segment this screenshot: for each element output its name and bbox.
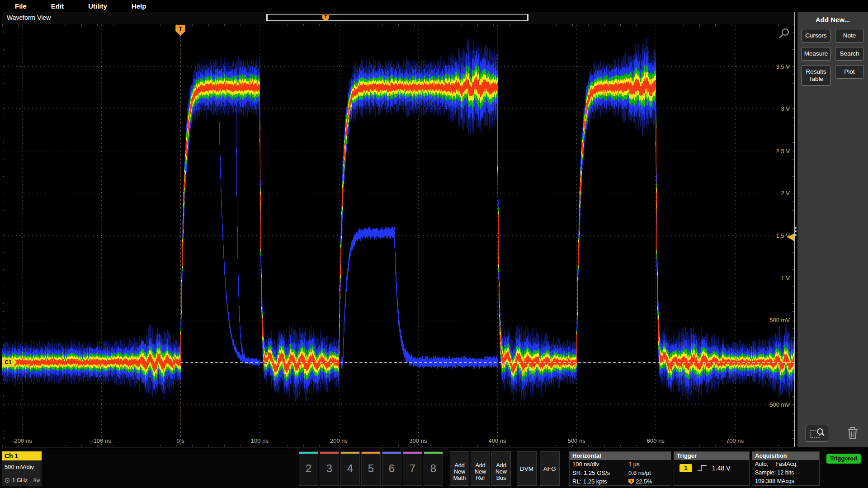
horizontal-window: 1 µs [628,460,640,469]
add-new-bus-button[interactable]: Add New Bus [491,451,511,486]
channel-button-2[interactable]: 2 [299,451,318,486]
acquisition-mode: Auto, [755,460,768,469]
zoom-overlay-button[interactable] [806,425,828,442]
trigger-source-badge[interactable]: 1 [679,464,692,472]
horizontal-title: Horizontal [570,452,671,460]
trigger-position-percent: 22.5% [636,477,652,486]
overview-trigger-marker-icon[interactable]: T [322,14,329,21]
channel-button-7[interactable]: 7 [403,451,422,486]
channel-button-label: 4 [341,452,359,485]
channel-button-5[interactable]: 5 [361,451,381,486]
trash-icon [846,426,859,440]
horizontal-scale: 100 ns/div [572,460,628,469]
channel-button-label: 6 [382,452,401,485]
measure-button[interactable]: Measure [802,47,830,61]
triggered-status-badge: Triggered [826,454,861,464]
add-new-ref-button[interactable]: Add New Ref [471,451,490,486]
settings-bar: Ch 1 500 mV/div 1 GHz Bw 2345678 Add New… [0,450,868,488]
acquisition-title: Acquisition [752,452,819,460]
waveform-view-title: Waveform View [7,14,51,21]
trigger-position-icon: T [628,479,634,484]
menu-help[interactable]: Help [119,2,159,10]
acquisition-count: 109.388 MAcqs [755,477,794,486]
search-button[interactable]: Search [835,47,864,61]
add-new-math-button[interactable]: Add New Math [450,451,469,486]
add-new-title: Add New... [797,16,868,23]
channel1-scale: 500 mV/div [2,460,42,470]
resolution: 0.8 ns/pt [628,469,651,477]
results-bar: Add New... Cursors Note Measure Search R… [797,12,868,447]
menu-bar: File Edit Utility Help [0,0,868,12]
horizontal-panel[interactable]: Horizontal 100 ns/div 1 µs SR: 1.25 GS/s… [569,451,671,486]
channel-button-label: 5 [362,452,380,485]
menu-utility[interactable]: Utility [76,2,119,10]
handle-dot-icon [795,230,797,232]
channel1-settings-tile[interactable]: Ch 1 500 mV/div 1 GHz Bw [2,451,42,486]
channel-button-8[interactable]: 8 [424,451,443,486]
rising-edge-icon [697,464,708,472]
overview-right-cap [527,14,528,21]
add-new-button-grid: Cursors Note Measure Search Results Tabl… [797,29,868,86]
zoom-glass-icon[interactable] [778,28,790,39]
bandwidth-limit-icon: Bw [33,478,40,483]
channel-button-label: 3 [320,452,339,485]
overview-left-cap [266,14,268,21]
afg-button[interactable]: AFG [540,451,560,486]
oscilloscope-app: File Edit Utility Help Waveform View T -… [0,0,868,488]
channel1-label[interactable]: Ch 1 [2,451,42,460]
trigger-panel[interactable]: Trigger 1 1.48 V [674,451,750,486]
channel-buttons: 2345678 [299,451,443,486]
handle-dot-icon [795,234,797,236]
menu-file[interactable]: File [3,2,39,10]
dvm-button[interactable]: DVM [517,451,537,486]
results-table-button[interactable]: Results Table [802,65,830,86]
record-length: RL: 1.25 kpts [572,477,628,486]
waveform-view-window: Waveform View T -200 ns-100 ns0 s100 ns2… [2,12,795,447]
channel-button-3[interactable]: 3 [320,451,339,486]
cursors-button[interactable]: Cursors [802,29,830,42]
acquisition-sample: Sample: 12 bits [755,469,794,477]
menu-edit[interactable]: Edit [39,2,76,10]
zoom-overlay-icon [809,427,825,439]
trigger-title: Trigger [674,452,749,460]
waveform-canvas[interactable] [2,24,794,447]
acquisition-fastacq: FastAcq [775,460,796,469]
handle-dot-icon [795,227,797,229]
channel-button-label: 7 [403,452,422,485]
channel-button-label: 2 [299,452,318,485]
acquisition-panel[interactable]: Acquisition Auto, FastAcq Sample: 12 bit… [752,451,820,486]
channel-button-6[interactable]: 6 [382,451,401,486]
trigger-level-value: 1.48 V [712,465,730,472]
record-overview-bar[interactable]: T [266,14,528,21]
channel-button-4[interactable]: 4 [340,451,360,486]
note-button[interactable]: Note [835,29,864,42]
waveform-plot-area[interactable]: -200 ns-100 ns0 s100 ns200 ns300 ns400 n… [2,24,794,447]
channel1-bandwidth: 1 GHz [12,477,28,483]
trash-button[interactable] [844,425,861,442]
probe-icon [5,478,10,483]
channel1-footer: 1 GHz Bw [5,477,40,483]
waveform-view-header: Waveform View T [2,12,794,24]
panel-drag-handle[interactable] [793,222,798,240]
channel-button-label: 8 [424,452,443,485]
plot-button[interactable]: Plot [835,65,864,79]
sample-rate: SR: 1.25 GS/s [572,469,628,477]
